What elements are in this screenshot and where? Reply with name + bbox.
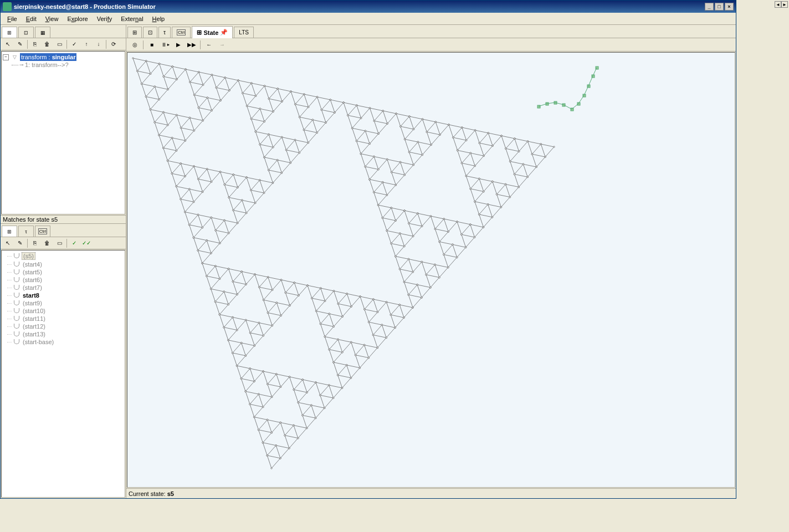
- svg-point-210: [290, 162, 291, 163]
- ff-button[interactable]: ▶▶: [186, 39, 198, 50]
- tab-rules-icon[interactable]: ⊞: [2, 27, 17, 38]
- svg-marker-272: [251, 190, 264, 203]
- svg-point-606: [465, 247, 467, 248]
- menu-verify[interactable]: Verify: [93, 14, 117, 23]
- svg-marker-520: [506, 185, 519, 197]
- svg-point-893: [258, 393, 260, 395]
- rename2-button[interactable]: ▭: [53, 238, 65, 249]
- copy2-button[interactable]: ⎘: [29, 238, 41, 249]
- check-button[interactable]: ✓: [68, 39, 80, 50]
- state-icon: [13, 300, 21, 306]
- menu-view[interactable]: View: [41, 14, 63, 23]
- svg-marker-828: [325, 337, 338, 350]
- delete-button[interactable]: 🗑: [41, 39, 53, 50]
- select-button[interactable]: ↖: [2, 39, 14, 50]
- rtab-lts[interactable]: LTS: [234, 27, 254, 38]
- svg-marker-492: [510, 161, 524, 174]
- up-button[interactable]: ↑: [80, 39, 93, 50]
- list-item[interactable]: (start4): [3, 260, 124, 268]
- svg-point-345: [373, 120, 375, 122]
- svg-marker-584: [435, 229, 448, 242]
- list-item[interactable]: (start6): [3, 276, 124, 284]
- states-list[interactable]: (s5)(start4)(start5)(start6)(start7)star…: [1, 250, 125, 498]
- svg-point-241: [176, 186, 177, 187]
- tab-grid-icon[interactable]: ▦: [35, 27, 50, 38]
- rtab-2[interactable]: ⊡: [143, 27, 157, 38]
- menu-explore[interactable]: Explore: [63, 14, 92, 23]
- list-item[interactable]: start8: [3, 291, 124, 299]
- svg-point-121: [264, 85, 265, 87]
- tab-tau-icon[interactable]: τ: [18, 226, 34, 237]
- stop-button[interactable]: ■: [146, 39, 158, 50]
- rtab-state[interactable]: ⊞ State 📌: [192, 26, 233, 38]
- svg-point-577: [430, 216, 432, 217]
- play-button[interactable]: ▶: [172, 39, 185, 50]
- menu-edit[interactable]: Edit: [22, 14, 41, 23]
- list-item[interactable]: (start10): [3, 307, 124, 315]
- rtab-tau[interactable]: τ: [158, 27, 171, 38]
- menu-external[interactable]: External: [116, 14, 147, 23]
- list-item[interactable]: (start9): [3, 299, 124, 307]
- list-item[interactable]: (start5): [3, 268, 124, 276]
- target-button[interactable]: ◎: [129, 39, 141, 50]
- svg-marker-68: [198, 108, 212, 120]
- list-item[interactable]: (start-base): [3, 338, 124, 346]
- tree-collapse-icon[interactable]: −: [3, 54, 9, 60]
- menu-help[interactable]: Help: [148, 14, 170, 23]
- svg-marker-808: [399, 305, 413, 318]
- svg-point-705: [285, 292, 286, 294]
- down-button[interactable]: ↓: [93, 39, 105, 50]
- svg-point-274: [263, 192, 265, 194]
- select2-button[interactable]: ↖: [2, 238, 14, 249]
- rtab-ctrl[interactable]: Ctrl: [172, 27, 191, 38]
- svg-point-165: [321, 109, 322, 111]
- svg-marker-132: [247, 106, 260, 119]
- apply-all-button[interactable]: ✓✓: [80, 238, 93, 249]
- graph-canvas[interactable]: [127, 52, 735, 488]
- rename-button[interactable]: ▭: [53, 39, 65, 50]
- tree-root[interactable]: − ▽ transform : singular: [3, 53, 124, 62]
- tab-ctrl-icon[interactable]: Ctrl: [35, 226, 50, 237]
- tab-graph-icon[interactable]: ⊡: [18, 27, 34, 38]
- tab-states-icon[interactable]: ⊞: [2, 226, 17, 237]
- svg-point-13: [158, 63, 160, 65]
- minimize-button[interactable]: _: [705, 3, 714, 11]
- svg-point-369: [400, 126, 402, 127]
- menu-file[interactable]: File: [3, 14, 22, 23]
- step-button[interactable]: ⏸▶: [159, 39, 171, 50]
- copy-button[interactable]: ⎘: [29, 39, 41, 50]
- svg-marker-296: [189, 225, 203, 238]
- list-item[interactable]: (s5): [3, 252, 124, 260]
- rtab-1[interactable]: ⊞: [127, 27, 142, 38]
- list-item[interactable]: (start7): [3, 284, 124, 291]
- svg-point-197: [294, 139, 296, 141]
- back-button[interactable]: ←: [203, 39, 215, 50]
- svg-point-769: [333, 290, 335, 292]
- maximize-button[interactable]: □: [715, 3, 724, 11]
- edit-button[interactable]: ✎: [14, 39, 26, 50]
- svg-point-597: [461, 234, 463, 236]
- svg-point-801: [364, 309, 366, 310]
- edit2-button[interactable]: ✎: [14, 238, 26, 249]
- forward-button[interactable]: →: [216, 39, 228, 50]
- svg-point-598: [474, 237, 475, 238]
- list-item[interactable]: (start12): [3, 323, 124, 330]
- close-button[interactable]: ×: [725, 3, 734, 11]
- app-icon: [3, 2, 12, 11]
- svg-point-46: [202, 84, 204, 86]
- apply-button[interactable]: ✓: [68, 238, 80, 249]
- svg-marker-956: [285, 436, 298, 448]
- delete2-button[interactable]: 🗑: [41, 238, 53, 249]
- svg-marker-428: [374, 192, 387, 205]
- list-item[interactable]: (start11): [3, 315, 124, 323]
- svg-marker-248: [181, 199, 194, 212]
- list-item[interactable]: (start13): [3, 330, 124, 338]
- tree-child[interactable]: ⊸ 1: transform-->?: [12, 62, 124, 68]
- svg-marker-704: [285, 293, 299, 305]
- state-tab-icon: ⊞: [197, 29, 202, 36]
- svg-point-82: [167, 124, 169, 126]
- svg-marker-480: [528, 141, 541, 154]
- svg-point-701: [294, 282, 295, 284]
- rules-tree[interactable]: − ▽ transform : singular ⊸ 1: transform-…: [1, 51, 125, 214]
- reload-button[interactable]: ⟳: [107, 39, 120, 50]
